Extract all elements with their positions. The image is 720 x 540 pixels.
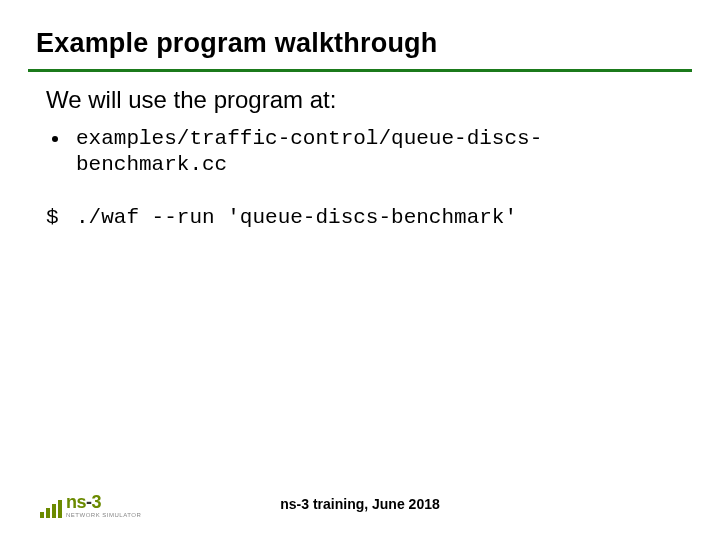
slide-body: We will use the program at: examples/tra… [36, 86, 684, 231]
footer-text: ns-3 training, June 2018 [0, 496, 720, 512]
slide: Example program walkthrough We will use … [0, 0, 720, 540]
bullet-icon [52, 136, 58, 142]
slide-title: Example program walkthrough [36, 28, 684, 69]
shell-prompt: $ [46, 205, 76, 231]
shell-command: ./waf --run 'queue-discs-benchmark' [76, 205, 517, 231]
title-divider [28, 69, 692, 72]
bullet-item: examples/traffic-control/queue-discs-ben… [46, 126, 684, 179]
logo-subtitle: NETWORK SIMULATOR [66, 512, 141, 518]
example-path: examples/traffic-control/queue-discs-ben… [76, 126, 684, 179]
lead-text: We will use the program at: [46, 86, 684, 114]
command-line: $ ./waf --run 'queue-discs-benchmark' [46, 205, 684, 231]
